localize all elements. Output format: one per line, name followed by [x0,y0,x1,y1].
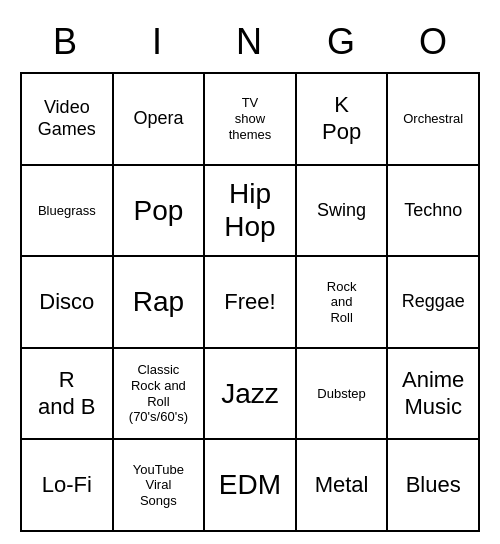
bingo-row: DiscoRapFree!Rock and RollReggae [22,257,480,349]
bingo-cell: EDM [205,440,297,532]
cell-label: Orchestral [403,111,463,127]
cell-label: Swing [317,200,366,222]
bingo-cell: YouTube Viral Songs [114,440,206,532]
bingo-cell: Metal [297,440,389,532]
bingo-cell: Dubstep [297,349,389,441]
cell-label: Rap [133,285,184,319]
header-letter: O [388,12,480,72]
cell-label: Techno [404,200,462,222]
bingo-header: BINGO [20,12,480,72]
header-letter: I [112,12,204,72]
bingo-cell: Blues [388,440,480,532]
bingo-cell: Swing [297,166,389,258]
cell-label: Disco [39,289,94,315]
bingo-cell: Techno [388,166,480,258]
bingo-cell: Pop [114,166,206,258]
bingo-cell: R and B [22,349,114,441]
bingo-cell: Disco [22,257,114,349]
cell-label: Pop [133,194,183,228]
cell-label: YouTube Viral Songs [133,462,184,509]
bingo-row: R and BClassic Rock and Roll (70's/60's)… [22,349,480,441]
cell-label: Blues [406,472,461,498]
cell-label: Reggae [402,291,465,313]
bingo-grid: Video GamesOperaTV show themesK PopOrche… [20,72,480,532]
bingo-cell: Opera [114,74,206,166]
cell-label: Lo-Fi [42,472,92,498]
bingo-cell: Free! [205,257,297,349]
bingo-cell: Lo-Fi [22,440,114,532]
bingo-cell: Hip Hop [205,166,297,258]
header-letter: N [204,12,296,72]
bingo-cell: Rap [114,257,206,349]
bingo-cell: Anime Music [388,349,480,441]
header-letter: G [296,12,388,72]
bingo-cell: Orchestral [388,74,480,166]
cell-label: Video Games [38,97,96,140]
cell-label: K Pop [322,92,361,145]
cell-label: Dubstep [317,386,365,402]
bingo-cell: Bluegrass [22,166,114,258]
bingo-cell: K Pop [297,74,389,166]
cell-label: EDM [219,468,281,502]
bingo-row: Lo-FiYouTube Viral SongsEDMMetalBlues [22,440,480,532]
bingo-cell: Reggae [388,257,480,349]
bingo-row: BluegrassPopHip HopSwingTechno [22,166,480,258]
bingo-card: BINGO Video GamesOperaTV show themesK Po… [20,12,480,532]
bingo-cell: TV show themes [205,74,297,166]
bingo-cell: Rock and Roll [297,257,389,349]
bingo-cell: Video Games [22,74,114,166]
cell-label: TV show themes [229,95,272,142]
bingo-row: Video GamesOperaTV show themesK PopOrche… [22,74,480,166]
bingo-cell: Classic Rock and Roll (70's/60's) [114,349,206,441]
bingo-cell: Jazz [205,349,297,441]
header-letter: B [20,12,112,72]
cell-label: R and B [38,367,96,420]
cell-label: Free! [224,289,275,315]
cell-label: Bluegrass [38,203,96,219]
cell-label: Metal [315,472,369,498]
cell-label: Rock and Roll [327,279,357,326]
cell-label: Opera [133,108,183,130]
cell-label: Jazz [221,377,279,411]
cell-label: Hip Hop [224,177,275,244]
cell-label: Anime Music [402,367,464,420]
cell-label: Classic Rock and Roll (70's/60's) [129,362,188,424]
